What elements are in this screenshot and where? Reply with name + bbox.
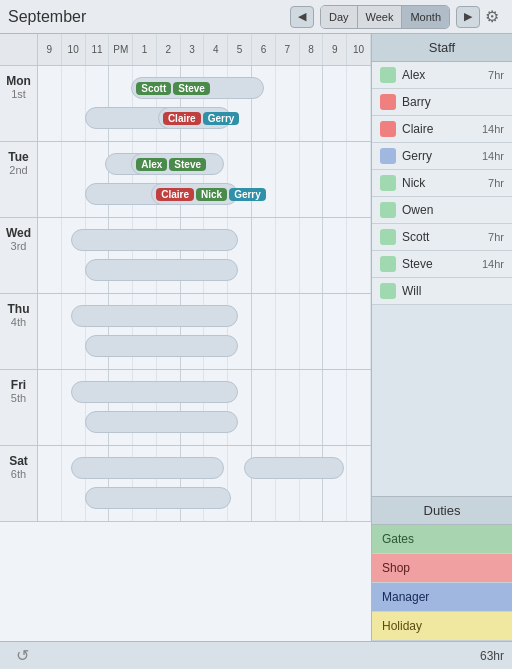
day-label-wed: Wed3rd	[0, 218, 38, 293]
shift-bar[interactable]	[85, 411, 238, 433]
staff-color-indicator	[380, 256, 396, 272]
time-label-2: 11	[86, 34, 110, 65]
day-row-thu: Thu4th	[0, 294, 371, 370]
shift-bar[interactable]	[85, 335, 238, 357]
staff-color-indicator	[380, 148, 396, 164]
staff-name: Owen	[402, 203, 504, 217]
day-label-fri: Fri5th	[0, 370, 38, 445]
day-label-mon: Mon1st	[0, 66, 38, 141]
time-label-10: 7	[276, 34, 300, 65]
app-container: September ◀ Day Week Month ▶ ⚙ 91011PM12…	[0, 0, 512, 669]
day-number: 2nd	[9, 164, 27, 176]
shift-bar[interactable]	[71, 457, 224, 479]
time-label-13: 10	[347, 34, 371, 65]
staff-item-alex[interactable]: Alex7hr	[372, 62, 512, 89]
view-buttons: Day Week Month	[320, 5, 450, 29]
staff-list: Alex7hrBarryClaire14hrGerry14hrNick7hrOw…	[372, 62, 512, 496]
day-number: 6th	[11, 468, 26, 480]
staff-hours: 7hr	[488, 177, 504, 189]
day-number: 4th	[11, 316, 26, 328]
staff-item-will[interactable]: Will	[372, 278, 512, 305]
day-content-sat	[38, 446, 371, 521]
shift-bar[interactable]: ScottSteve	[131, 77, 264, 99]
staff-item-nick[interactable]: Nick7hr	[372, 170, 512, 197]
week-view-button[interactable]: Week	[358, 6, 403, 28]
shift-bar[interactable]: AlexSteve	[131, 153, 224, 175]
staff-name: Will	[402, 284, 504, 298]
day-label-sat: Sat6th	[0, 446, 38, 521]
staff-item-scott[interactable]: Scott7hr	[372, 224, 512, 251]
staff-color-indicator	[380, 121, 396, 137]
time-label-11: 8	[300, 34, 324, 65]
staff-item-gerry[interactable]: Gerry14hr	[372, 143, 512, 170]
staff-item-barry[interactable]: Barry	[372, 89, 512, 116]
time-header: 91011PM12345678910	[0, 34, 371, 66]
time-label-1: 10	[62, 34, 86, 65]
time-label-3: PM	[109, 34, 133, 65]
day-name: Thu	[8, 302, 30, 316]
shift-bar[interactable]	[244, 457, 344, 479]
time-header-spacer	[0, 34, 38, 65]
day-name: Mon	[6, 74, 31, 88]
settings-button[interactable]: ⚙	[480, 5, 504, 29]
staff-item-owen[interactable]: Owen	[372, 197, 512, 224]
day-view-button[interactable]: Day	[321, 6, 358, 28]
day-content-fri	[38, 370, 371, 445]
shift-bar[interactable]	[71, 229, 238, 251]
staff-item-claire[interactable]: Claire14hr	[372, 116, 512, 143]
staff-color-indicator	[380, 202, 396, 218]
shift-bar[interactable]	[71, 381, 238, 403]
staff-color-indicator	[380, 229, 396, 245]
time-header-slots: 91011PM12345678910	[38, 34, 371, 65]
shift-bar[interactable]	[71, 305, 238, 327]
day-number: 1st	[11, 88, 26, 100]
staff-color-indicator	[380, 283, 396, 299]
shift-bar[interactable]: ClaireGerry	[158, 107, 231, 129]
day-content-thu	[38, 294, 371, 369]
duties-list: GatesShopManagerHoliday	[372, 525, 512, 641]
shift-bar[interactable]	[85, 259, 238, 281]
staff-name: Alex	[402, 68, 488, 82]
month-view-button[interactable]: Month	[402, 6, 449, 28]
day-name: Wed	[6, 226, 31, 240]
duties-section: Duties GatesShopManagerHoliday	[372, 496, 512, 641]
time-label-6: 3	[181, 34, 205, 65]
duty-item-manager[interactable]: Manager	[372, 583, 512, 612]
day-content-tue: AlexSteveClaireNickGerry	[38, 142, 371, 217]
staff-name: Claire	[402, 122, 482, 136]
staff-panel: Staff Alex7hrBarryClaire14hrGerry14hrNic…	[372, 34, 512, 641]
time-label-8: 5	[228, 34, 252, 65]
shift-bar[interactable]	[85, 487, 232, 509]
refresh-icon[interactable]: ↺	[16, 646, 29, 665]
day-number: 3rd	[11, 240, 27, 252]
shift-bar[interactable]: ClaireNickGerry	[151, 183, 238, 205]
staff-badge-claire: Claire	[163, 112, 201, 125]
staff-name: Scott	[402, 230, 488, 244]
nav-prev-button[interactable]: ◀	[290, 6, 314, 28]
duties-header: Duties	[372, 497, 512, 525]
days-container: Mon1stScottSteveClaireGerryTue2ndAlexSte…	[0, 66, 371, 641]
time-label-5: 2	[157, 34, 181, 65]
duty-item-shop[interactable]: Shop	[372, 554, 512, 583]
header: September ◀ Day Week Month ▶ ⚙	[0, 0, 512, 34]
staff-badge-gerry: Gerry	[229, 188, 266, 201]
staff-badge-gerry: Gerry	[203, 112, 240, 125]
nav-next-button[interactable]: ▶	[456, 6, 480, 28]
day-name: Fri	[11, 378, 26, 392]
day-row-fri: Fri5th	[0, 370, 371, 446]
time-label-7: 4	[204, 34, 228, 65]
day-row-wed: Wed3rd	[0, 218, 371, 294]
day-content-wed	[38, 218, 371, 293]
day-content-mon: ScottSteveClaireGerry	[38, 66, 371, 141]
staff-color-indicator	[380, 94, 396, 110]
staff-hours: 14hr	[482, 150, 504, 162]
total-hours: 63hr	[480, 649, 504, 663]
duty-item-holiday[interactable]: Holiday	[372, 612, 512, 641]
staff-color-indicator	[380, 67, 396, 83]
staff-name: Barry	[402, 95, 504, 109]
staff-color-indicator	[380, 175, 396, 191]
main-area: 91011PM12345678910 Mon1stScottSteveClair…	[0, 34, 512, 641]
staff-item-steve[interactable]: Steve14hr	[372, 251, 512, 278]
staff-hours: 7hr	[488, 69, 504, 81]
duty-item-gates[interactable]: Gates	[372, 525, 512, 554]
